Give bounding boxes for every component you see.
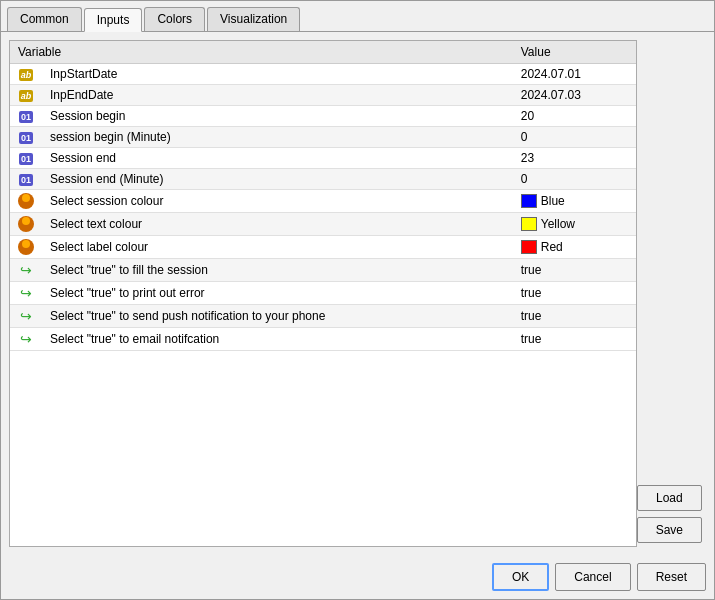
color-swatch xyxy=(521,194,537,208)
ab-icon: ab xyxy=(19,90,34,102)
row-icon: 01 xyxy=(10,127,42,148)
row-value: Red xyxy=(513,236,636,259)
table-row: 01session begin (Minute)0 xyxy=(10,127,636,148)
row-value: 0 xyxy=(513,169,636,190)
row-icon: ↪ xyxy=(10,259,42,282)
row-value: 2024.07.01 xyxy=(513,64,636,85)
row-value: 20 xyxy=(513,106,636,127)
inputs-table: Variable Value abInpStartDate2024.07.01a… xyxy=(10,41,636,351)
numeric-icon: 01 xyxy=(19,153,33,165)
row-variable: Session end (Minute) xyxy=(42,169,513,190)
col-variable: Variable xyxy=(10,41,513,64)
row-variable: Session begin xyxy=(42,106,513,127)
tab-inputs[interactable]: Inputs xyxy=(84,8,143,32)
side-buttons-panel: Load Save xyxy=(637,40,706,547)
table-row: Select label colourRed xyxy=(10,236,636,259)
save-button[interactable]: Save xyxy=(637,517,702,543)
colour-icon xyxy=(18,216,34,232)
arrow-icon: ↪ xyxy=(20,285,32,301)
row-value: 23 xyxy=(513,148,636,169)
table-row: ↪Select "true" to print out errortrue xyxy=(10,282,636,305)
table-row: Select session colourBlue xyxy=(10,190,636,213)
numeric-icon: 01 xyxy=(19,132,33,144)
row-value: true xyxy=(513,282,636,305)
cancel-button[interactable]: Cancel xyxy=(555,563,630,591)
row-variable: Select "true" to print out error xyxy=(42,282,513,305)
table-row: ↪Select "true" to email notifcationtrue xyxy=(10,328,636,351)
row-value: 0 xyxy=(513,127,636,148)
numeric-icon: 01 xyxy=(19,111,33,123)
table-row: ↪Select "true" to send push notification… xyxy=(10,305,636,328)
colour-icon xyxy=(18,239,34,255)
row-icon xyxy=(10,213,42,236)
row-value: true xyxy=(513,328,636,351)
table-row: 01Session end (Minute)0 xyxy=(10,169,636,190)
arrow-icon: ↪ xyxy=(20,331,32,347)
row-variable: Session end xyxy=(42,148,513,169)
color-swatch xyxy=(521,240,537,254)
row-variable: Select session colour xyxy=(42,190,513,213)
row-icon: ↪ xyxy=(10,305,42,328)
row-value: 2024.07.03 xyxy=(513,85,636,106)
ok-button[interactable]: OK xyxy=(492,563,549,591)
row-variable: session begin (Minute) xyxy=(42,127,513,148)
row-icon xyxy=(10,190,42,213)
color-swatch xyxy=(521,217,537,231)
colour-icon xyxy=(18,193,34,209)
reset-button[interactable]: Reset xyxy=(637,563,706,591)
inputs-table-container: Variable Value abInpStartDate2024.07.01a… xyxy=(9,40,637,547)
tab-bar: Common Inputs Colors Visualization xyxy=(1,1,714,32)
row-variable: Select "true" to fill the session xyxy=(42,259,513,282)
tab-visualization[interactable]: Visualization xyxy=(207,7,300,31)
arrow-icon: ↪ xyxy=(20,308,32,324)
main-window: Common Inputs Colors Visualization Varia… xyxy=(0,0,715,600)
ab-icon: ab xyxy=(19,69,34,81)
table-row: ↪Select "true" to fill the sessiontrue xyxy=(10,259,636,282)
row-value: true xyxy=(513,259,636,282)
row-variable: Select text colour xyxy=(42,213,513,236)
row-variable: Select "true" to email notifcation xyxy=(42,328,513,351)
load-button[interactable]: Load xyxy=(637,485,702,511)
row-icon: 01 xyxy=(10,169,42,190)
tab-common[interactable]: Common xyxy=(7,7,82,31)
row-icon: ↪ xyxy=(10,282,42,305)
row-icon: 01 xyxy=(10,106,42,127)
row-variable: Select label colour xyxy=(42,236,513,259)
row-variable: InpEndDate xyxy=(42,85,513,106)
table-header-row: Variable Value xyxy=(10,41,636,64)
tab-content: Variable Value abInpStartDate2024.07.01a… xyxy=(1,32,714,555)
row-icon: ab xyxy=(10,64,42,85)
table-row: 01Session begin20 xyxy=(10,106,636,127)
table-row: abInpStartDate2024.07.01 xyxy=(10,64,636,85)
row-icon: 01 xyxy=(10,148,42,169)
bottom-buttons-panel: OK Cancel Reset xyxy=(1,555,714,599)
row-variable: InpStartDate xyxy=(42,64,513,85)
row-icon: ab xyxy=(10,85,42,106)
row-value: Blue xyxy=(513,190,636,213)
row-icon xyxy=(10,236,42,259)
table-area: Variable Value abInpStartDate2024.07.01a… xyxy=(9,40,706,547)
row-variable: Select "true" to send push notification … xyxy=(42,305,513,328)
table-row: 01Session end23 xyxy=(10,148,636,169)
arrow-icon: ↪ xyxy=(20,262,32,278)
col-value: Value xyxy=(513,41,636,64)
numeric-icon: 01 xyxy=(19,174,33,186)
table-row: abInpEndDate2024.07.03 xyxy=(10,85,636,106)
row-value: true xyxy=(513,305,636,328)
tab-colors[interactable]: Colors xyxy=(144,7,205,31)
row-icon: ↪ xyxy=(10,328,42,351)
table-row: Select text colourYellow xyxy=(10,213,636,236)
row-value: Yellow xyxy=(513,213,636,236)
